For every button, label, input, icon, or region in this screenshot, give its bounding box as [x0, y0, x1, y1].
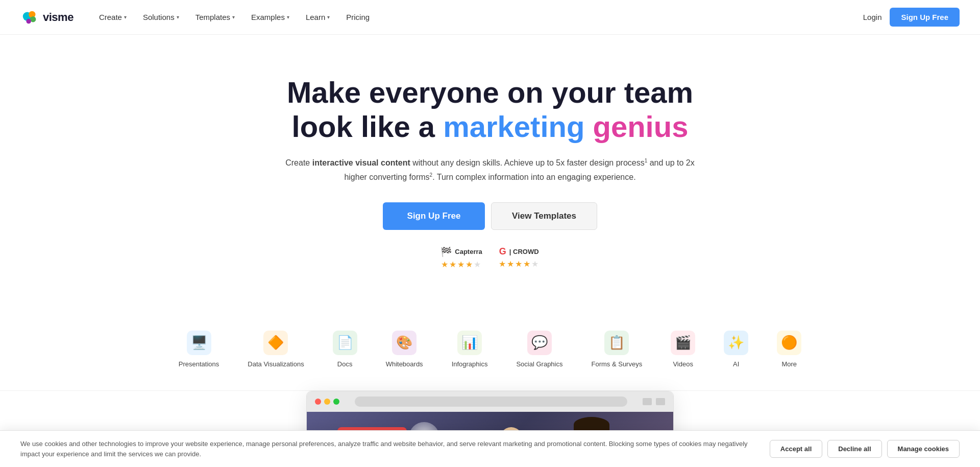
- forms-icon: 📋: [604, 331, 629, 355]
- nav-item-templates[interactable]: Templates ▾: [188, 9, 242, 26]
- title-line2-prefix: look like a: [292, 110, 444, 143]
- hero-buttons: Sign Up Free View Templates: [281, 202, 699, 230]
- nav-item-learn[interactable]: Learn ▾: [299, 9, 337, 26]
- browser-dot-green: [333, 399, 339, 405]
- nav-item-solutions[interactable]: Solutions ▾: [136, 9, 186, 26]
- more-icon: 🟠: [777, 331, 801, 355]
- content-type-data-viz[interactable]: 🔶 Data Visualizations: [233, 324, 318, 374]
- g2crowd-stars: ★★★★★: [499, 259, 540, 269]
- nav-links: Create ▾ Solutions ▾ Templates ▾ Example…: [92, 9, 863, 26]
- hero-subtitle: Create interactive visual content withou…: [281, 156, 699, 183]
- svg-point-3: [26, 18, 31, 24]
- content-type-infographics[interactable]: 📊 Infographics: [437, 324, 502, 374]
- g2crowd-rating: G | CROWD ★★★★★: [499, 246, 540, 269]
- browser-ctrl-2: [656, 398, 665, 405]
- chevron-down-icon: ▾: [232, 14, 235, 20]
- data-viz-icon: 🔶: [263, 331, 288, 355]
- browser-dot-yellow: [324, 399, 330, 405]
- videos-icon: 🎬: [671, 331, 695, 355]
- manage-cookies-button[interactable]: Manage cookies: [887, 440, 960, 458]
- more-label: More: [781, 360, 797, 368]
- social-label: Social Graphics: [516, 360, 562, 368]
- content-type-more[interactable]: 🟠 More: [763, 324, 816, 374]
- navbar: visme Create ▾ Solutions ▾ Templates ▾ E…: [0, 0, 980, 35]
- infographics-label: Infographics: [452, 360, 488, 368]
- chevron-down-icon: ▾: [287, 14, 289, 20]
- infographics-icon: 📊: [457, 331, 482, 355]
- title-marketing-word: marketing: [443, 110, 584, 143]
- hero-section: Make everyone on your team look like a m…: [271, 35, 709, 314]
- ratings-section: 🏁 Capterra ★★★★★ G | CROWD ★★★★★: [281, 246, 699, 269]
- content-type-presentations[interactable]: 🖥️ Presentations: [164, 324, 234, 374]
- presentations-label: Presentations: [179, 360, 219, 368]
- logo[interactable]: visme: [20, 8, 74, 27]
- capterra-stars: ★★★★★: [441, 260, 482, 269]
- cookie-text: We use cookies and other technologies to…: [20, 439, 757, 459]
- g2crowd-logo: G | CROWD: [499, 246, 539, 257]
- presentations-icon: 🖥️: [187, 331, 211, 355]
- cookie-buttons: Accept all Decline all Manage cookies: [770, 440, 960, 458]
- content-type-ai[interactable]: ✨ AI: [709, 324, 763, 374]
- nav-item-examples[interactable]: Examples ▾: [244, 9, 297, 26]
- forms-label: Forms & Surveys: [592, 360, 643, 368]
- videos-label: Videos: [673, 360, 693, 368]
- cookie-banner: We use cookies and other technologies to…: [0, 430, 980, 467]
- nav-item-create[interactable]: Create ▾: [92, 9, 134, 26]
- accept-cookies-button[interactable]: Accept all: [770, 440, 822, 458]
- hero-templates-button[interactable]: View Templates: [491, 202, 597, 230]
- decline-cookies-button[interactable]: Decline all: [827, 440, 881, 458]
- whiteboards-label: Whiteboards: [386, 360, 423, 368]
- hero-title: Make everyone on your team look like a m…: [281, 76, 699, 144]
- browser-bar: [307, 391, 673, 412]
- capterra-logo: 🏁 Capterra: [440, 246, 482, 258]
- ai-label: AI: [733, 360, 739, 368]
- hero-signup-button[interactable]: Sign Up Free: [383, 202, 485, 230]
- logo-text: visme: [43, 11, 74, 24]
- whiteboards-icon: 🎨: [392, 331, 416, 355]
- browser-dots: [315, 399, 339, 405]
- nav-signup-button[interactable]: Sign Up Free: [890, 8, 960, 27]
- docs-label: Docs: [337, 360, 353, 368]
- content-type-whiteboards[interactable]: 🎨 Whiteboards: [372, 324, 437, 374]
- docs-icon: 📄: [333, 331, 357, 355]
- browser-dot-red: [315, 399, 321, 405]
- nav-item-pricing[interactable]: Pricing: [339, 9, 377, 26]
- data-viz-label: Data Visualizations: [248, 360, 304, 368]
- nav-right: Login Sign Up Free: [863, 8, 960, 27]
- social-icon: 💬: [527, 331, 552, 355]
- title-genius-word: genius: [593, 110, 688, 143]
- ai-icon: ✨: [724, 331, 748, 355]
- browser-ctrl-1: [643, 398, 652, 405]
- browser-controls: [643, 398, 665, 405]
- chevron-down-icon: ▾: [327, 14, 330, 20]
- content-type-videos[interactable]: 🎬 Videos: [656, 324, 709, 374]
- chevron-down-icon: ▾: [124, 14, 127, 20]
- browser-url-bar: [355, 396, 627, 407]
- content-type-social[interactable]: 💬 Social Graphics: [502, 324, 577, 374]
- content-type-forms[interactable]: 📋 Forms & Surveys: [577, 324, 657, 374]
- visme-logo-icon: [20, 8, 40, 27]
- capterra-rating: 🏁 Capterra ★★★★★: [440, 246, 482, 269]
- login-button[interactable]: Login: [863, 13, 882, 21]
- content-type-docs[interactable]: 📄 Docs: [318, 324, 372, 374]
- content-types-section: 🖥️ Presentations 🔶 Data Visualizations 📄…: [0, 314, 980, 391]
- chevron-down-icon: ▾: [177, 14, 179, 20]
